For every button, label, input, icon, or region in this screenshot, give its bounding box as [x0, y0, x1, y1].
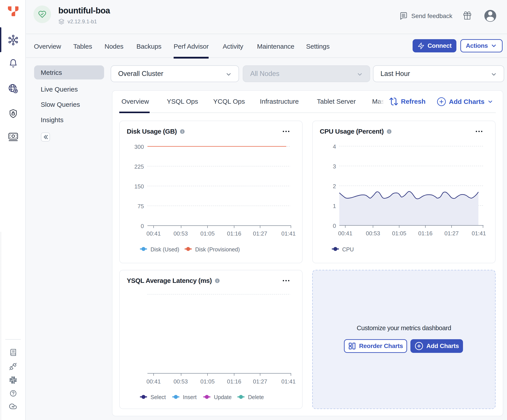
svg-text:2: 2: [333, 183, 336, 190]
svg-text:0: 0: [333, 222, 336, 229]
svg-text:75: 75: [138, 203, 144, 210]
svg-text:01:27: 01:27: [253, 378, 267, 385]
svg-text:00:53: 00:53: [173, 378, 188, 385]
svg-text:Select: Select: [150, 394, 166, 400]
svg-text:01:41: 01:41: [472, 230, 486, 237]
svg-text:01:05: 01:05: [392, 230, 406, 237]
svg-text:Delete: Delete: [248, 394, 264, 400]
svg-text:4: 4: [333, 143, 336, 150]
svg-text:01:16: 01:16: [227, 230, 241, 237]
svg-text:01:27: 01:27: [253, 230, 267, 237]
svg-text:01:16: 01:16: [227, 378, 241, 385]
svg-text:01:16: 01:16: [418, 230, 432, 237]
svg-text:225: 225: [134, 163, 144, 170]
svg-text:150: 150: [134, 183, 144, 190]
svg-text:CPU: CPU: [342, 246, 354, 252]
svg-text:00:41: 00:41: [338, 230, 352, 237]
svg-text:0: 0: [141, 223, 144, 229]
svg-text:01:05: 01:05: [200, 230, 215, 237]
svg-text:00:41: 00:41: [146, 230, 161, 237]
svg-text:300: 300: [134, 143, 144, 150]
svg-text:00:41: 00:41: [146, 378, 161, 385]
svg-text:Insert: Insert: [183, 394, 197, 400]
svg-text:01:05: 01:05: [200, 378, 215, 385]
svg-text:Disk (Used): Disk (Used): [150, 246, 179, 252]
svg-text:01:41: 01:41: [281, 378, 296, 385]
svg-text:00:53: 00:53: [366, 230, 380, 237]
svg-text:Update: Update: [214, 394, 232, 400]
svg-text:Disk (Provisioned): Disk (Provisioned): [195, 246, 240, 252]
svg-text:1: 1: [333, 203, 336, 209]
svg-text:3: 3: [333, 163, 336, 170]
svg-text:01:41: 01:41: [281, 230, 296, 237]
svg-text:01:27: 01:27: [444, 230, 458, 237]
svg-text:00:53: 00:53: [173, 230, 188, 237]
